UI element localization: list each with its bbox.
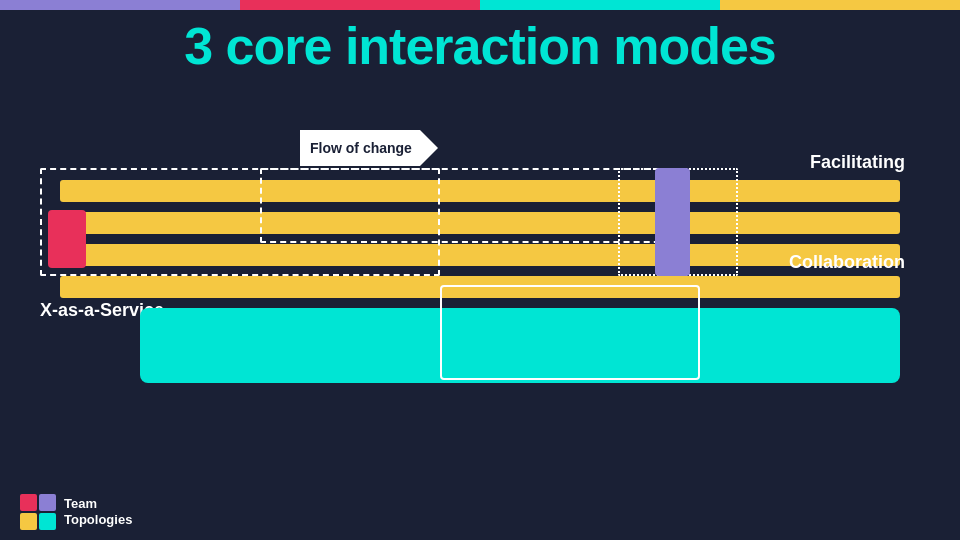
diagram: Flow of change Facilitating Collaboratio… <box>60 130 900 480</box>
label-facilitating: Facilitating <box>810 152 905 173</box>
collab-white-rect <box>440 285 700 380</box>
bar-pink <box>240 0 480 10</box>
page-title: 3 core interaction modes <box>0 18 960 75</box>
bar-yellow <box>720 0 960 10</box>
team-topologies-logo: Team Topologies <box>20 494 132 530</box>
pink-block <box>48 210 86 268</box>
collab-dashed-rect <box>260 168 680 243</box>
top-color-bar <box>0 0 960 10</box>
bar-teal <box>480 0 720 10</box>
logo-sq-yellow <box>20 513 37 530</box>
purple-block <box>655 168 690 276</box>
label-collaboration: Collaboration <box>789 252 905 273</box>
logo-sq-teal <box>39 513 56 530</box>
logo-sq-purple <box>39 494 56 511</box>
flow-arrow: Flow of change <box>300 130 420 166</box>
logo-icon <box>20 494 56 530</box>
logo-text: Team Topologies <box>64 496 132 527</box>
logo-sq-pink <box>20 494 37 511</box>
bar-purple <box>0 0 240 10</box>
flow-label: Flow of change <box>300 130 420 166</box>
